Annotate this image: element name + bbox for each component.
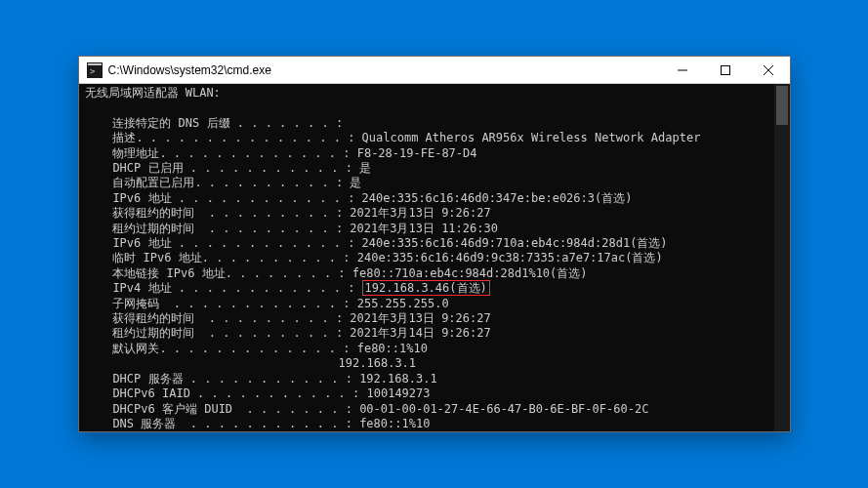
svg-rect-1: [88, 63, 102, 65]
config-label: 临时 IPv6 地址: [112, 251, 201, 264]
config-value-extra: 192.168.3.1: [85, 356, 768, 371]
config-label: DHCPv6 客户端 DUID: [112, 402, 246, 416]
config-label: 连接特定的 DNS 后缀: [112, 116, 229, 130]
dots: . . . . . . . . . . . :: [197, 386, 366, 400]
config-row: 物理地址. . . . . . . . . . . . . : F8-28-19…: [85, 146, 768, 161]
config-value: 240e:335:6c16:46d9:710a:eb4c:984d:28d1(首…: [362, 236, 668, 250]
dots: . . . . . . . . . . . . :: [174, 297, 357, 310]
config-row: 租约过期的时间 . . . . . . . . . : 2021年3月13日 1…: [85, 222, 768, 236]
ipv4-address-highlighted: 192.168.3.46(首选): [362, 280, 490, 296]
wlan-adapter-header: 无线局域网适配器 WLAN:: [85, 86, 768, 101]
config-row: IPv4 地址 . . . . . . . . . . . . : 192.16…: [85, 281, 768, 296]
minimize-button[interactable]: [661, 57, 704, 83]
scrollbar[interactable]: [774, 84, 790, 431]
dots: . . . . . . . . . . . . . :: [159, 342, 356, 355]
config-label: 本地链接 IPv6 地址: [112, 266, 225, 280]
config-row: 租约过期的时间 . . . . . . . . . : 2021年3月14日 9…: [85, 326, 768, 341]
config-value: 2021年3月13日 9:26:27: [350, 311, 490, 325]
config-value: 是: [359, 161, 371, 175]
dots: . . . . . . . . . . . :: [190, 372, 359, 386]
cmd-icon: >: [87, 62, 103, 78]
config-label: 子网掩码: [112, 297, 173, 310]
config-row: 子网掩码 . . . . . . . . . . . . : 255.255.2…: [85, 297, 768, 311]
config-row: 默认网关. . . . . . . . . . . . . : fe80::1%…: [85, 342, 768, 356]
config-row: 获得租约的时间 . . . . . . . . . : 2021年3月13日 9…: [85, 206, 768, 221]
svg-rect-4: [721, 65, 729, 74]
config-value: F8-28-19-FE-87-D4: [357, 146, 477, 160]
config-label: IPv6 地址: [112, 236, 178, 250]
config-row: 自动配置已启用. . . . . . . . . . : 是: [85, 176, 768, 190]
config-value: Qualcomm Atheros AR956x Wireless Network…: [362, 131, 701, 144]
dots: . . . . . . . . . . . :: [190, 161, 359, 175]
dots: . . . . . . . . . . . . :: [179, 281, 362, 295]
config-value: fe80::710a:eb4c:984d:28d1%10(首选): [352, 266, 588, 280]
terminal-area: 无线局域网适配器 WLAN:连接特定的 DNS 后缀 . . . . . . .…: [79, 84, 790, 431]
titlebar[interactable]: > C:\Windows\system32\cmd.exe: [79, 57, 790, 84]
config-label: 租约过期的时间: [112, 222, 208, 235]
dots: . . . . . . . . . . . . :: [179, 236, 362, 250]
config-row: 本地链接 IPv6 地址. . . . . . . . : fe80::710a…: [85, 266, 768, 281]
config-value: 2021年3月13日 11:26:30: [350, 222, 498, 235]
dots: . . . . . . . :: [247, 402, 360, 416]
dots: . . . . . . . . . . :: [194, 176, 350, 189]
config-row: 连接特定的 DNS 后缀 . . . . . . . :: [85, 116, 768, 131]
config-label: DHCPv6 IAID: [112, 386, 197, 400]
svg-text:>: >: [90, 66, 96, 76]
dots: . . . . . . . . . . . :: [190, 417, 359, 430]
config-label: DHCP 已启用: [112, 161, 189, 175]
dots: . . . . . . . . . :: [209, 311, 351, 325]
dots: . . . . . . . . . :: [209, 326, 351, 340]
window-controls: [661, 57, 790, 83]
config-row: DHCP 服务器 . . . . . . . . . . . : 192.168…: [85, 372, 768, 386]
config-label: 描述: [112, 131, 136, 144]
config-value: 240e:335:6c16:46d9:9c38:7335:a7e7:17ac(首…: [357, 251, 663, 264]
config-value: 00-01-00-01-27-4E-66-47-B0-6E-BF-0F-60-2…: [359, 402, 648, 416]
scroll-thumb[interactable]: [776, 86, 788, 125]
config-value: 100149273: [366, 386, 430, 400]
config-row: DHCPv6 客户端 DUID . . . . . . . : 00-01-00…: [85, 402, 768, 417]
config-value: 2021年3月14日 9:26:27: [350, 326, 490, 340]
dots: . . . . . . . . . . . . . . . :: [136, 131, 361, 144]
dots: . . . . . . . . :: [226, 266, 352, 280]
config-row: IPv6 地址 . . . . . . . . . . . . : 240e:3…: [85, 236, 768, 251]
config-row: 获得租约的时间 . . . . . . . . . : 2021年3月13日 9…: [85, 311, 768, 326]
config-label: 获得租约的时间: [112, 311, 208, 325]
config-value: 2021年3月13日 9:26:27: [350, 206, 490, 220]
config-value: 是: [350, 176, 361, 189]
dots: . . . . . . . . . . :: [202, 251, 357, 264]
config-label: DNS 服务器: [112, 417, 189, 430]
blank-line: [85, 101, 768, 115]
cmd-window: > C:\Windows\system32\cmd.exe 无线局域网适配器 W…: [78, 56, 791, 432]
config-row: 临时 IPv6 地址. . . . . . . . . . : 240e:335…: [85, 251, 768, 265]
config-label: 获得租约的时间: [112, 206, 208, 220]
config-label: 自动配置已启用: [112, 176, 194, 189]
config-label: DHCP 服务器: [112, 372, 189, 386]
config-row: DHCPv6 IAID . . . . . . . . . . . : 1001…: [85, 386, 768, 401]
config-row: DHCP 已启用 . . . . . . . . . . . : 是: [85, 161, 768, 176]
config-label: 物理地址: [112, 146, 159, 160]
dots: . . . . . . . . . . . . . :: [159, 146, 356, 160]
dots: . . . . . . . . . :: [209, 206, 351, 220]
dots: . . . . . . . . . . . . :: [179, 191, 362, 205]
maximize-button[interactable]: [704, 57, 747, 83]
dots: . . . . . . . . . :: [209, 222, 351, 235]
config-label: IPv4 地址: [112, 281, 178, 295]
config-label: IPv6 地址: [112, 191, 178, 205]
config-value: fe80::1%10: [357, 342, 428, 355]
dots: . . . . . . . :: [230, 116, 351, 130]
config-row: DNS 服务器 . . . . . . . . . . . : fe80::1%…: [85, 417, 768, 431]
config-value: 192.168.3.1: [359, 372, 436, 386]
config-value: 255.255.255.0: [357, 297, 449, 310]
window-title: C:\Windows\system32\cmd.exe: [108, 63, 661, 77]
config-row: IPv6 地址 . . . . . . . . . . . . : 240e:3…: [85, 191, 768, 206]
config-row: 描述. . . . . . . . . . . . . . . : Qualco…: [85, 131, 768, 145]
terminal-output[interactable]: 无线局域网适配器 WLAN:连接特定的 DNS 后缀 . . . . . . .…: [79, 84, 774, 431]
config-value: fe80::1%10: [359, 417, 430, 430]
config-value: 240e:335:6c16:46d0:347e:be:e026:3(首选): [362, 191, 633, 205]
close-button[interactable]: [747, 57, 790, 83]
config-label: 租约过期的时间: [112, 326, 208, 340]
config-label: 默认网关: [112, 342, 159, 355]
